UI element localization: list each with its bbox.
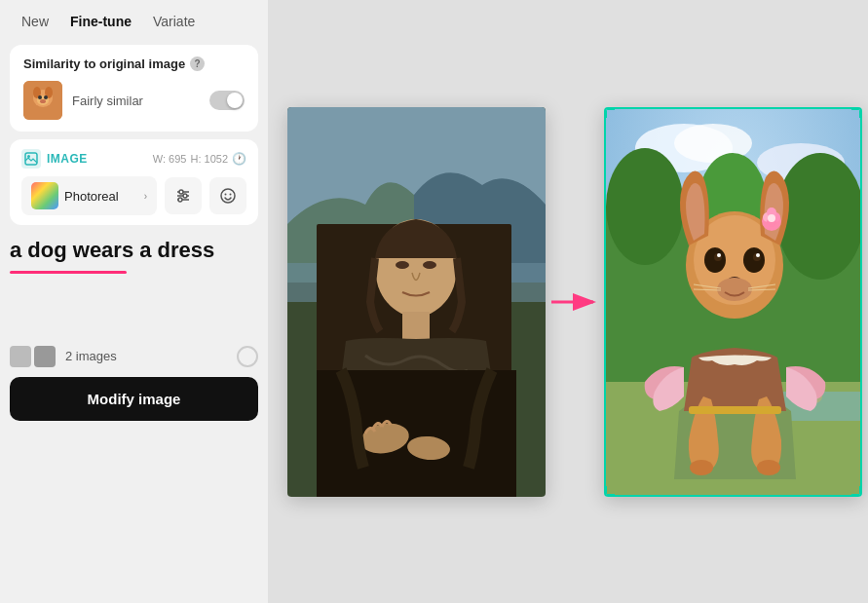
resize-handle-br[interactable]: [851, 486, 861, 496]
toggle-knob: [227, 93, 243, 108]
similarity-label: Similarity to original image ?: [23, 57, 245, 71]
svg-point-51: [768, 214, 775, 222]
svg-point-6: [44, 95, 48, 99]
svg-point-25: [423, 261, 436, 269]
modify-button[interactable]: Modify image: [10, 377, 258, 421]
prompt-underline: [10, 271, 127, 274]
resize-handle-bl[interactable]: [605, 486, 615, 496]
tab-finetune[interactable]: Fine-tune: [62, 10, 139, 33]
resize-handle-tl[interactable]: [605, 108, 615, 118]
svg-point-56: [717, 253, 721, 257]
count-row: 2 images: [0, 336, 268, 367]
image-header: IMAGE W: 695 H: 1052 🕐: [21, 149, 246, 169]
prompt-area: a dog wears a dress: [0, 233, 268, 278]
svg-point-17: [225, 194, 227, 196]
resize-handle-tr[interactable]: [851, 108, 861, 118]
image-section-label: IMAGE: [47, 152, 88, 166]
svg-point-52: [704, 247, 726, 273]
help-icon[interactable]: ?: [190, 57, 205, 71]
style-label: Photoreal: [64, 189, 119, 204]
svg-point-15: [178, 198, 182, 202]
style-thumbnail: [31, 182, 58, 209]
similarity-card: Similarity to original image ? Fa: [10, 45, 258, 132]
image-section: IMAGE W: 695 H: 1052 🕐 Photoreal ›: [10, 139, 258, 225]
right-panel: [268, 0, 868, 603]
svg-point-53: [743, 247, 765, 273]
image-section-icon: [21, 149, 41, 169]
sliders-button[interactable]: [165, 177, 202, 214]
clock-icon: 🕐: [232, 152, 246, 166]
svg-rect-26: [402, 312, 430, 341]
prompt-text[interactable]: a dog wears a dress: [10, 237, 258, 265]
tab-variate[interactable]: Variate: [145, 10, 203, 33]
style-button[interactable]: Photoreal ›: [21, 176, 157, 215]
image-count-thumbnails: [10, 346, 56, 367]
style-row: Photoreal ›: [21, 176, 246, 215]
image-width: W: 695: [153, 153, 187, 165]
chevron-right-icon: ›: [144, 191, 147, 202]
svg-point-57: [756, 253, 760, 257]
svg-point-61: [690, 460, 713, 475]
tab-new[interactable]: New: [14, 10, 57, 33]
svg-point-11: [179, 190, 183, 194]
svg-point-7: [40, 99, 46, 103]
similarity-toggle[interactable]: [209, 91, 245, 110]
image-dimensions: W: 695 H: 1052 🕐: [153, 152, 246, 166]
result-image: [604, 107, 862, 497]
count-label: 2 images: [65, 349, 227, 363]
mini-thumb-2: [34, 346, 56, 367]
svg-point-38: [776, 153, 862, 280]
emoji-button[interactable]: [209, 177, 246, 214]
svg-point-9: [27, 155, 30, 158]
svg-point-62: [757, 460, 780, 475]
svg-point-24: [396, 261, 409, 269]
svg-point-18: [230, 194, 232, 196]
image-container: [287, 107, 862, 497]
svg-rect-63: [689, 406, 781, 414]
transformation-arrow: [546, 278, 604, 326]
count-toggle[interactable]: [237, 346, 258, 367]
svg-point-60: [717, 278, 752, 301]
svg-point-16: [221, 189, 235, 203]
similarity-value: Fairly similar: [72, 94, 200, 108]
mini-thumb-1: [10, 346, 31, 367]
similarity-thumbnail: [23, 81, 62, 120]
image-height: H: 1052: [190, 153, 228, 165]
source-image: [287, 107, 546, 497]
svg-point-37: [606, 148, 684, 265]
svg-point-5: [38, 95, 42, 99]
tabs-container: New Fine-tune Variate: [0, 0, 268, 41]
similarity-title: Similarity to original image: [23, 57, 185, 71]
similarity-row: Fairly similar: [23, 81, 245, 120]
left-panel: New Fine-tune Variate Similarity to orig…: [0, 0, 268, 603]
svg-point-13: [183, 194, 187, 198]
